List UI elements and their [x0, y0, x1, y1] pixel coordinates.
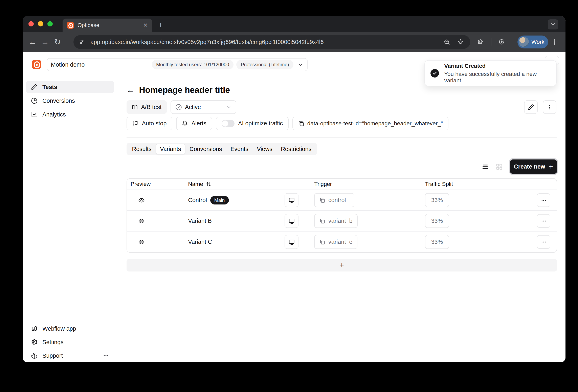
- address-bar[interactable]: app.optibase.io/workspace/cmeisfv0v05y2p…: [73, 35, 470, 49]
- col-name[interactable]: Name: [188, 181, 314, 187]
- open-preview-button[interactable]: [285, 235, 298, 249]
- test-type-label: A/B test: [141, 104, 162, 110]
- sidebar-item-support[interactable]: Support: [26, 349, 114, 362]
- preview-eye-button[interactable]: [127, 197, 188, 203]
- test-controls-row: Auto stop Alerts AI optimize traffic: [127, 117, 448, 130]
- list-view-icon[interactable]: [482, 163, 489, 170]
- test-meta-row: A/B test Active: [127, 100, 236, 114]
- edit-test-button[interactable]: [524, 100, 538, 114]
- sidebar-item-conversions[interactable]: Conversions: [26, 95, 114, 107]
- alerts-button[interactable]: Alerts: [176, 117, 212, 130]
- line-chart-icon: [31, 111, 38, 118]
- sidebar-item-label: Conversions: [42, 98, 75, 104]
- variants-table: Preview Name Trigger Traffic Split Contr…: [127, 178, 557, 253]
- browser-tab-optibase[interactable]: Optibase ✕: [63, 19, 152, 32]
- url-text[interactable]: app.optibase.io/workspace/cmeisfv0v05y2p…: [91, 39, 444, 46]
- site-info-icon[interactable]: [79, 39, 85, 45]
- toast-notification[interactable]: Variant Created You have successfully cr…: [424, 60, 557, 86]
- preview-eye-button[interactable]: [127, 218, 188, 224]
- forward-button[interactable]: →: [39, 38, 51, 47]
- ellipsis-icon: [541, 218, 546, 224]
- minimize-window-button[interactable]: [38, 21, 43, 26]
- variant-name-cell: Control Main: [188, 193, 314, 207]
- extensions-icon[interactable]: [477, 38, 484, 45]
- open-preview-button[interactable]: [285, 193, 298, 207]
- traffic-split-chip[interactable]: 33%: [425, 193, 449, 207]
- tab-restrictions[interactable]: Restrictions: [277, 144, 316, 154]
- test-menu-button[interactable]: [543, 100, 556, 114]
- col-trigger: Trigger: [314, 181, 425, 187]
- trigger-value: variant_b: [328, 218, 352, 224]
- row-menu-button[interactable]: [537, 193, 550, 207]
- battery-saver-icon[interactable]: [498, 38, 505, 45]
- variant-name: Variant C: [188, 239, 212, 245]
- tab-conversions[interactable]: Conversions: [185, 144, 226, 154]
- row-menu-button[interactable]: [537, 214, 550, 228]
- test-type-pill: A/B test: [127, 100, 167, 114]
- trigger-chip[interactable]: control_: [314, 193, 354, 207]
- tab-events[interactable]: Events: [226, 144, 253, 154]
- test-id-chip[interactable]: data-optibase-test-id="homepage_header_w…: [292, 117, 448, 130]
- eye-icon: [138, 239, 145, 245]
- kebab-icon: [547, 104, 553, 110]
- trigger-chip[interactable]: variant_b: [314, 214, 358, 228]
- add-variant-bar[interactable]: +: [127, 259, 557, 272]
- toast-title: Variant Created: [444, 63, 551, 69]
- create-new-label: Create new: [514, 163, 545, 170]
- support-more-icon[interactable]: [103, 353, 109, 359]
- fullscreen-window-button[interactable]: [48, 21, 53, 26]
- variant-name: Variant B: [188, 218, 212, 224]
- sort-icon: [206, 182, 211, 187]
- close-tab-icon[interactable]: ✕: [143, 22, 148, 28]
- ai-optimize-toggle[interactable]: [222, 120, 235, 127]
- monitor-icon: [289, 197, 295, 203]
- tab-views[interactable]: Views: [253, 144, 277, 154]
- browser-menu-button[interactable]: [551, 38, 558, 46]
- browser-toolbar: ← → ↻ app.optibase.io/workspace/cmeisfv0…: [23, 32, 566, 52]
- reload-button[interactable]: ↻: [51, 37, 64, 47]
- zoom-out-icon[interactable]: [444, 39, 450, 45]
- tab-title: Optibase: [78, 22, 140, 28]
- circle-check-icon: [175, 104, 182, 110]
- sidebar-item-settings[interactable]: Settings: [26, 336, 114, 348]
- sidebar-item-analytics[interactable]: Analytics: [26, 108, 114, 121]
- test-edit-buttons: [524, 100, 556, 114]
- toolbar-right-icons: [477, 38, 505, 46]
- traffic-split-chip[interactable]: 33%: [425, 235, 449, 249]
- tab-search-button[interactable]: [548, 19, 558, 29]
- grid-view-icon[interactable]: [496, 163, 503, 170]
- eye-icon: [138, 197, 145, 203]
- plus-icon: +: [549, 164, 553, 170]
- flag-icon: [132, 120, 138, 127]
- title-row: ← Homepage header title: [127, 85, 230, 95]
- variant-name: Control: [188, 197, 207, 203]
- ellipsis-icon: [541, 239, 546, 245]
- section-divider: [127, 138, 557, 138]
- bell-icon: [182, 120, 188, 127]
- create-new-button[interactable]: Create new +: [510, 159, 557, 174]
- chevron-down-icon: [226, 104, 232, 110]
- close-window-button[interactable]: [28, 21, 34, 26]
- copy-icon: [320, 218, 325, 224]
- trigger-chip[interactable]: variant_c: [314, 235, 357, 249]
- tab-variants[interactable]: Variants: [156, 144, 185, 154]
- variant-name-cell: Variant C: [188, 235, 314, 249]
- bookmark-star-icon[interactable]: [457, 39, 464, 45]
- traffic-split-chip[interactable]: 33%: [425, 214, 449, 228]
- sidebar-item-tests[interactable]: Tests: [26, 81, 114, 93]
- browser-profile-button[interactable]: Work: [518, 36, 548, 49]
- test-tube-icon: [31, 84, 38, 90]
- open-preview-button[interactable]: [285, 214, 298, 228]
- gear-icon: [31, 339, 38, 345]
- preview-eye-button[interactable]: [127, 239, 188, 245]
- tab-results[interactable]: Results: [128, 144, 156, 154]
- monitor-icon: [289, 239, 295, 245]
- col-preview: Preview: [127, 181, 188, 187]
- sidebar-item-webflow-app[interactable]: Webflow app: [26, 322, 114, 335]
- row-menu-button[interactable]: [537, 235, 550, 249]
- back-arrow-icon[interactable]: ←: [127, 86, 134, 95]
- auto-stop-button[interactable]: Auto stop: [127, 117, 172, 130]
- status-select[interactable]: Active: [171, 100, 236, 114]
- back-button[interactable]: ←: [26, 38, 39, 47]
- new-tab-button[interactable]: +: [158, 20, 163, 30]
